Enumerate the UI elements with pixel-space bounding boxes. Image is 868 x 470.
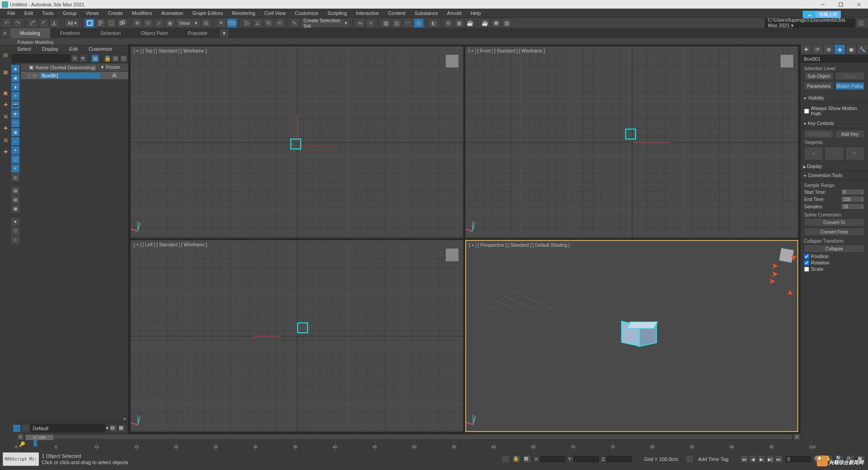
eye-icon[interactable]: [33, 74, 37, 77]
ribbon-tab-populate[interactable]: Populate: [178, 28, 217, 38]
menu-civil-view[interactable]: Civil View: [260, 10, 290, 16]
filter-list1-icon[interactable]: ▤: [11, 187, 19, 195]
tab-hierarchy[interactable]: ⊞: [823, 44, 834, 54]
scale-checkbox[interactable]: [804, 267, 809, 272]
viewport-label[interactable]: [ + ] [ Perspective ] [ Standard ] [ Def…: [469, 243, 570, 248]
keyboard-shortcut-button[interactable]: ⌨: [227, 19, 237, 28]
project-path[interactable]: C:\Users\fupeng01\Documents\3ds Max 2021…: [765, 19, 855, 28]
object-name-input[interactable]: [801, 55, 868, 62]
cloud-icon[interactable]: ☁: [803, 11, 815, 18]
sub-object-button[interactable]: Sub-Object: [804, 72, 834, 80]
angle-snap-button[interactable]: ∠: [253, 19, 263, 28]
time-slider-handle[interactable]: 0 / 100: [25, 434, 54, 441]
se-menu-edit[interactable]: Edit: [65, 46, 82, 52]
mirror-button[interactable]: ⇋: [355, 19, 365, 28]
filter-lights-icon[interactable]: ☀: [11, 92, 19, 100]
filter-geom-icon[interactable]: ▣: [11, 74, 19, 82]
minimize-button[interactable]: [814, 0, 832, 9]
collapse-button[interactable]: Collapse: [804, 245, 864, 253]
layer-dropdown-arrow[interactable]: ▾: [106, 425, 109, 431]
menu-modifiers[interactable]: Modifiers: [127, 10, 157, 16]
create3-icon[interactable]: ✚: [0, 147, 10, 157]
select-object-button[interactable]: [85, 19, 95, 28]
keys-button[interactable]: Keys: [835, 72, 865, 80]
edit-selection-set-button[interactable]: ✎: [289, 19, 299, 28]
layer-toggle-btn2[interactable]: ▦: [118, 424, 126, 432]
menu-customize[interactable]: Customize: [290, 10, 323, 16]
start-time-spinner[interactable]: 0: [841, 189, 864, 195]
frozen-cell[interactable]: ⁂: [100, 72, 128, 78]
tab-display[interactable]: ▣: [845, 44, 857, 54]
menu-views[interactable]: Views: [81, 10, 103, 16]
tangent-smooth-button[interactable]: ⋎: [804, 147, 823, 160]
percent-snap-button[interactable]: %: [264, 19, 274, 28]
tab-modify[interactable]: ⟳: [812, 44, 823, 54]
layer-explorer-button[interactable]: ▦: [381, 19, 391, 28]
filter-space-warps-icon[interactable]: 〰: [11, 119, 19, 127]
play-button[interactable]: ▶: [757, 455, 766, 463]
layer-view-btn1[interactable]: [13, 424, 21, 432]
close-button[interactable]: [850, 0, 868, 9]
window-crossing-button[interactable]: [117, 19, 127, 28]
viewport-label[interactable]: [ + ] [ Front ] [ Standard ] [ Wireframe…: [468, 48, 545, 53]
arnold-button[interactable]: ▦: [502, 19, 512, 28]
selection-filter[interactable]: All ▾: [64, 19, 80, 28]
filter-cameras-icon[interactable]: 📷: [11, 101, 19, 109]
substance-button[interactable]: ⬢: [491, 19, 501, 28]
delete-key-button[interactable]: Delete Key: [804, 130, 834, 138]
bind-button[interactable]: [49, 19, 59, 28]
time-slider-track[interactable]: 0 / 100: [24, 434, 793, 440]
layer-view-btn2[interactable]: [21, 424, 29, 432]
se-menu-select[interactable]: Select: [13, 46, 36, 52]
menu-interactive[interactable]: Interactive: [352, 10, 384, 16]
x-field[interactable]: [540, 456, 565, 462]
always-show-checkbox[interactable]: [804, 109, 809, 114]
goto-start-button[interactable]: ⏮: [740, 455, 748, 463]
filter-list3-icon[interactable]: ▦: [11, 205, 19, 213]
menu-group[interactable]: Group: [58, 10, 81, 16]
align-button[interactable]: ≡: [366, 19, 376, 28]
key-controls-header[interactable]: Key Controls: [800, 119, 868, 128]
menu-edit[interactable]: Edit: [20, 10, 38, 16]
tangent-step-button[interactable]: ⊓: [845, 147, 864, 160]
tab-motion[interactable]: ◉: [834, 44, 845, 54]
filter-containers-icon[interactable]: ▢: [11, 155, 19, 163]
spinner-snap-button[interactable]: ⟲: [275, 19, 285, 28]
viewport-label[interactable]: [ + ] [ Top ] [ Standard ] [ Wireframe ]: [134, 48, 207, 53]
autokey-icon[interactable]: [685, 455, 694, 463]
menu-substance[interactable]: Substance: [410, 10, 443, 16]
menu-file[interactable]: File: [3, 10, 20, 16]
filter-helpers-icon[interactable]: ✚: [11, 110, 19, 118]
motion-paths-button[interactable]: Motion Paths: [835, 82, 865, 90]
search-clear-icon[interactable]: ✕: [71, 55, 78, 62]
scene2-icon[interactable]: ⊞: [0, 135, 10, 145]
end-time-spinner[interactable]: 100: [841, 196, 864, 202]
tab-utilities[interactable]: 🔧: [857, 44, 868, 54]
current-frame-field[interactable]: 0: [786, 456, 811, 462]
viewport-left[interactable]: [ + ] [ Left ] [ Standard ] [ Wireframe …: [130, 240, 463, 432]
ribbon-expand-icon[interactable]: ▾: [219, 28, 229, 38]
display-header[interactable]: Display: [800, 162, 868, 171]
layer-dropdown[interactable]: Default: [30, 424, 105, 432]
filter-groups-icon[interactable]: ▣: [11, 128, 19, 136]
se-menu-display[interactable]: Display: [38, 46, 63, 52]
view-children-icon[interactable]: ▼: [79, 55, 87, 62]
layer-icon[interactable]: ▤: [0, 50, 10, 60]
menu-content[interactable]: Content: [383, 10, 410, 16]
redo-button[interactable]: ↷: [13, 19, 23, 28]
isolate-icon[interactable]: [502, 455, 510, 463]
toggle-ribbon-button[interactable]: ▤: [392, 19, 402, 28]
filter-hidden-icon[interactable]: ◎: [11, 173, 19, 182]
menu-animation[interactable]: Animation: [157, 10, 188, 16]
menu-tools[interactable]: Tools: [38, 10, 58, 16]
placement-button[interactable]: ◉: [165, 19, 175, 28]
workspace-button[interactable]: ⊡: [856, 19, 866, 28]
scene-search-input[interactable]: [12, 54, 70, 62]
viewcube[interactable]: [781, 55, 793, 67]
next-frame-button[interactable]: ▶|: [766, 455, 774, 463]
object-box-front[interactable]: [625, 129, 636, 139]
unlink-button[interactable]: [39, 19, 48, 28]
ribbon-tab-selection[interactable]: Selection: [90, 28, 130, 38]
select-by-name-button[interactable]: [96, 19, 106, 28]
material-editor-button[interactable]: ◐: [429, 19, 439, 28]
